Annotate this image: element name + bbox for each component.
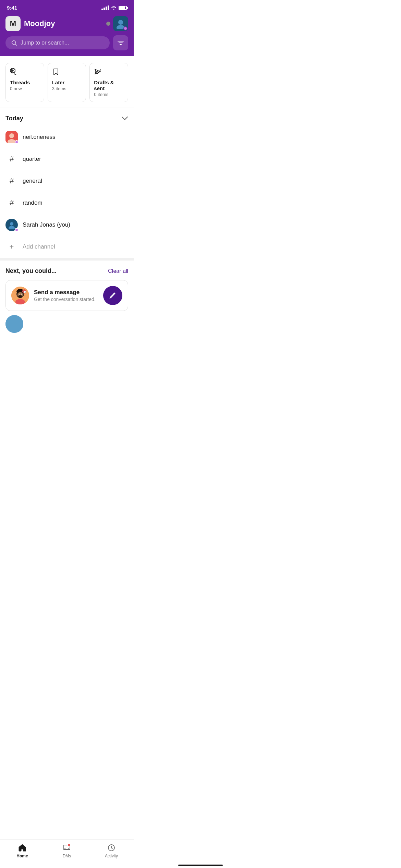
compose-fab-button[interactable] — [103, 286, 122, 305]
add-icon: + — [5, 241, 18, 253]
threads-icon — [10, 68, 40, 77]
later-title: Later — [52, 80, 82, 85]
channel-quarter-name: quarter — [23, 156, 41, 162]
today-section-header: Today — [0, 108, 134, 126]
status-bar: 9:41 — [0, 0, 134, 13]
drafts-card[interactable]: Drafts & sent 0 items — [89, 63, 128, 102]
hash-icon: # — [10, 155, 14, 164]
svg-point-0 — [118, 20, 123, 25]
search-bar[interactable]: Jump to or search... — [5, 36, 110, 49]
drafts-subtitle: 0 items — [94, 92, 124, 97]
signal-icon — [101, 5, 109, 10]
svg-point-21 — [21, 294, 22, 295]
today-collapse-button[interactable] — [121, 116, 128, 122]
workspace-name: Moodjoy — [24, 19, 55, 28]
drafts-title: Drafts & sent — [94, 80, 124, 91]
later-subtitle: 3 items — [52, 86, 82, 91]
later-card[interactable]: Later 3 items — [48, 63, 86, 102]
compose-icon — [109, 291, 117, 300]
battery-icon — [119, 6, 127, 10]
main-content: Threads 0 new Later 3 items Drafts — [0, 56, 134, 336]
suggestion-subtitle: Get the conversation started. — [34, 297, 98, 302]
suggestion-avatar: 💬 — [11, 287, 29, 304]
avatar-status-badge — [123, 26, 127, 31]
workspace-icon[interactable]: M — [5, 16, 21, 31]
channel-random-item[interactable]: # random — [0, 192, 134, 214]
neil-name: neil.oneness — [23, 134, 55, 141]
sarah-name: Sarah Jonas (you) — [23, 221, 70, 228]
svg-point-13 — [9, 226, 15, 229]
filter-button[interactable] — [113, 35, 128, 50]
drafts-icon — [94, 68, 124, 77]
next-section-title: Next, you could... — [5, 267, 57, 275]
bookmark-icon — [52, 68, 82, 77]
threads-title: Threads — [10, 80, 40, 85]
suggestion-title: Send a message — [34, 289, 98, 296]
dm-sarah-item[interactable]: Sarah Jonas (you) — [0, 214, 134, 236]
sarah-avatar — [5, 219, 18, 231]
neil-status-indicator — [15, 140, 19, 144]
wifi-icon — [111, 5, 117, 11]
svg-point-19 — [18, 295, 22, 298]
quick-access-cards: Threads 0 new Later 3 items Drafts — [0, 56, 134, 108]
send-message-suggestion[interactable]: 💬 Send a message Get the conversation st… — [5, 280, 128, 311]
sarah-status-indicator — [15, 228, 19, 232]
filter-icon — [117, 40, 124, 46]
hash-icon: # — [10, 177, 14, 185]
channel-random-name: random — [23, 200, 42, 206]
clear-all-button[interactable]: Clear all — [108, 268, 128, 274]
channel-general-name: general — [23, 178, 42, 184]
status-icons — [101, 5, 127, 11]
user-avatar-button[interactable] — [113, 16, 128, 31]
add-channel-label: Add channel — [23, 243, 55, 250]
notification-dot[interactable] — [106, 22, 110, 26]
threads-subtitle: 0 new — [10, 86, 40, 91]
dm-neil-item[interactable]: neil.oneness — [0, 126, 134, 148]
today-label: Today — [5, 115, 23, 122]
partial-suggestion-card — [5, 315, 128, 336]
status-time: 9:41 — [7, 5, 17, 11]
channel-quarter-item[interactable]: # quarter — [0, 148, 134, 170]
svg-point-10 — [9, 133, 14, 138]
svg-rect-24 — [5, 315, 23, 333]
add-channel-item[interactable]: + Add channel — [0, 236, 134, 258]
hash-icon: # — [10, 198, 14, 207]
svg-point-12 — [10, 222, 13, 226]
search-icon — [11, 40, 17, 46]
threads-card[interactable]: Threads 0 new — [5, 63, 44, 102]
svg-line-3 — [15, 44, 16, 45]
svg-text:💬: 💬 — [23, 290, 26, 293]
search-placeholder: Jump to or search... — [21, 40, 69, 46]
neil-avatar — [5, 131, 18, 143]
app-header: M Moodjoy Jump to or search... — [0, 13, 134, 56]
channel-general-item[interactable]: # general — [0, 170, 134, 192]
svg-point-20 — [19, 294, 20, 295]
suggestion-text: Send a message Get the conversation star… — [34, 289, 98, 302]
partial-suggestion-avatar — [5, 315, 23, 333]
next-section: Next, you could... Clear all — [0, 258, 134, 336]
